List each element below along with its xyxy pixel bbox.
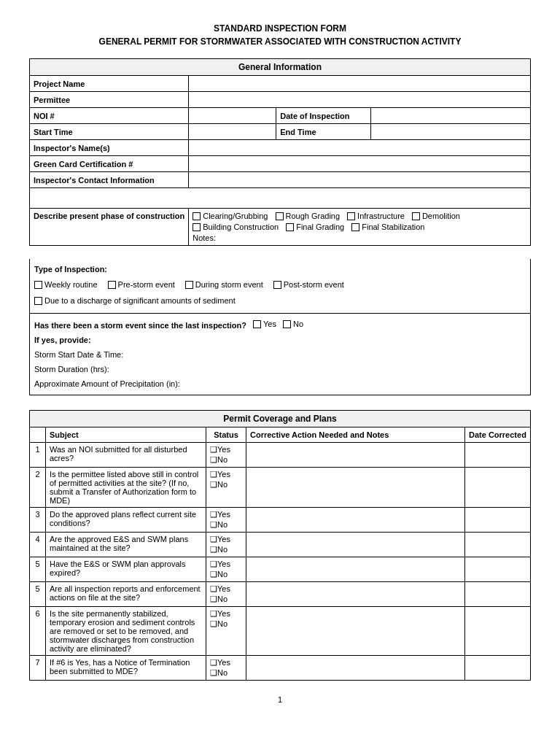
inspector-contact-value[interactable] bbox=[189, 172, 531, 188]
row-action[interactable] bbox=[246, 656, 465, 681]
permittee-label: Permittee bbox=[30, 92, 189, 108]
notes-label: Notes: bbox=[192, 233, 526, 242]
end-time-label: End Time bbox=[276, 124, 371, 140]
checkbox-infrastructure[interactable] bbox=[347, 212, 355, 220]
phase-rough-grading[interactable]: Rough Grading bbox=[276, 212, 341, 220]
inspection-type-title: Type of Inspection: bbox=[34, 263, 107, 276]
noi-label: NOI # bbox=[30, 108, 189, 124]
row-subject: Are the approved E&S and SWM plans maint… bbox=[46, 533, 206, 557]
row-action[interactable] bbox=[246, 508, 465, 533]
row-date[interactable] bbox=[465, 607, 531, 656]
insp-discharge[interactable]: Due to a discharge of significant amount… bbox=[34, 294, 236, 308]
inspector-name-value[interactable] bbox=[189, 140, 531, 156]
col-subject-header: Subject bbox=[46, 427, 206, 443]
col-action-header: Corrective Action Needed and Notes bbox=[246, 427, 465, 443]
row-action[interactable] bbox=[246, 468, 465, 508]
table-row: 4Are the approved E&S and SWM plans main… bbox=[30, 533, 531, 557]
checkbox-building[interactable] bbox=[192, 223, 201, 231]
green-card-label: Green Card Certification # bbox=[30, 156, 189, 172]
row-status[interactable]: ❑Yes❑No bbox=[206, 533, 246, 557]
phase-final-grading[interactable]: Final Grading bbox=[286, 222, 344, 231]
row-action[interactable] bbox=[246, 533, 465, 557]
row-status[interactable]: ❑Yes❑No bbox=[206, 443, 246, 468]
doi-label: Date of Inspection bbox=[276, 108, 371, 124]
start-time-value[interactable] bbox=[189, 124, 276, 140]
row-date[interactable] bbox=[465, 656, 531, 681]
doi-value[interactable] bbox=[371, 108, 531, 124]
table-row: 6Is the site permanently stabilized, tem… bbox=[30, 607, 531, 656]
storm-yes[interactable]: Yes bbox=[253, 317, 276, 332]
phase-clearing[interactable]: Clearing/Grubbing bbox=[192, 212, 268, 220]
row-status[interactable]: ❑Yes❑No bbox=[206, 656, 246, 681]
checkbox-final-stabilization[interactable] bbox=[351, 223, 359, 231]
phase-infrastructure[interactable]: Infrastructure bbox=[347, 212, 405, 220]
row-status[interactable]: ❑Yes❑No bbox=[206, 582, 246, 607]
row-num: 7 bbox=[30, 656, 46, 681]
page-title: STANDARD INSPECTION FORM GENERAL PERMIT … bbox=[29, 22, 531, 48]
row-action[interactable] bbox=[246, 607, 465, 656]
general-info-table: General Information Project Name Permitt… bbox=[29, 58, 531, 246]
inspection-type-block: Type of Inspection: Weekly routine Pre-s… bbox=[29, 259, 531, 314]
row-num: 1 bbox=[30, 443, 46, 468]
insp-weekly[interactable]: Weekly routine bbox=[34, 278, 98, 292]
row-num: 5 bbox=[30, 557, 46, 582]
start-time-label: Start Time bbox=[30, 124, 189, 140]
general-info-header: General Information bbox=[30, 59, 531, 76]
row-status[interactable]: ❑Yes❑No bbox=[206, 468, 246, 508]
row-action[interactable] bbox=[246, 557, 465, 582]
row-num: 4 bbox=[30, 533, 46, 557]
permit-section: Permit Coverage and Plans Subject Status… bbox=[29, 410, 531, 681]
table-row: 5Are all inspection reports and enforcem… bbox=[30, 582, 531, 607]
row-action[interactable] bbox=[246, 443, 465, 468]
checkbox-clearing[interactable] bbox=[192, 212, 201, 220]
row-subject: Do the approved plans reflect current si… bbox=[46, 508, 206, 533]
col-num-header bbox=[30, 427, 46, 443]
permittee-value[interactable] bbox=[189, 92, 531, 108]
row-action[interactable] bbox=[246, 582, 465, 607]
noi-value[interactable] bbox=[189, 108, 276, 124]
inspection-type-title-row: Type of Inspection: bbox=[34, 263, 526, 276]
row-num: 3 bbox=[30, 508, 46, 533]
storm-if-yes: If yes, provide: bbox=[34, 333, 526, 348]
checkbox-demolition[interactable] bbox=[412, 212, 420, 220]
row-subject: Is the site permanently stabilized, temp… bbox=[46, 607, 206, 656]
table-row: 7If #6 is Yes, has a Notice of Terminati… bbox=[30, 656, 531, 681]
row-subject: Is the permittee listed above still in c… bbox=[46, 468, 206, 508]
green-card-value[interactable] bbox=[189, 156, 531, 172]
storm-precipitation: Approximate Amount of Precipitation (in)… bbox=[34, 377, 526, 392]
row-date[interactable] bbox=[465, 443, 531, 468]
col-status-header: Status bbox=[206, 427, 246, 443]
table-row: 5Have the E&S or SWM plan approvals expi… bbox=[30, 557, 531, 582]
table-row: 2Is the permittee listed above still in … bbox=[30, 468, 531, 508]
row-date[interactable] bbox=[465, 557, 531, 582]
row-subject: Are all inspection reports and enforceme… bbox=[46, 582, 206, 607]
phase-building[interactable]: Building Construction bbox=[192, 222, 279, 231]
storm-question: Has there been a storm event since the l… bbox=[34, 321, 246, 330]
project-name-value[interactable] bbox=[189, 76, 531, 92]
row-status[interactable]: ❑Yes❑No bbox=[206, 508, 246, 533]
checkbox-final-grading[interactable] bbox=[286, 223, 294, 231]
storm-no[interactable]: No bbox=[283, 317, 303, 332]
inspector-contact-label: Inspector's Contact Information bbox=[30, 172, 189, 188]
row-status[interactable]: ❑Yes❑No bbox=[206, 607, 246, 656]
row-date[interactable] bbox=[465, 582, 531, 607]
row-status[interactable]: ❑Yes❑No bbox=[206, 557, 246, 582]
insp-prestorm[interactable]: Pre-storm event bbox=[108, 278, 175, 292]
insp-duringstorm[interactable]: During storm event bbox=[185, 278, 263, 292]
phase-label: Describe present phase of construction bbox=[30, 209, 189, 246]
row-num: 2 bbox=[30, 468, 46, 508]
row-date[interactable] bbox=[465, 468, 531, 508]
row-subject: Was an NOI submitted for all disturbed a… bbox=[46, 443, 206, 468]
row-date[interactable] bbox=[465, 508, 531, 533]
col-date-header: Date Corrected bbox=[465, 427, 531, 443]
phase-options-cell: Clearing/Grubbing Rough Grading Infrastr… bbox=[189, 209, 531, 246]
row-num: 5 bbox=[30, 582, 46, 607]
phase-demolition[interactable]: Demolition bbox=[412, 212, 460, 220]
insp-poststorm[interactable]: Post-storm event bbox=[273, 278, 344, 292]
row-date[interactable] bbox=[465, 533, 531, 557]
checkbox-rough-grading[interactable] bbox=[276, 212, 284, 220]
project-name-label: Project Name bbox=[30, 76, 189, 92]
permit-header: Permit Coverage and Plans bbox=[30, 411, 531, 427]
phase-final-stabilization[interactable]: Final Stabilization bbox=[351, 222, 424, 231]
end-time-value[interactable] bbox=[371, 124, 531, 140]
